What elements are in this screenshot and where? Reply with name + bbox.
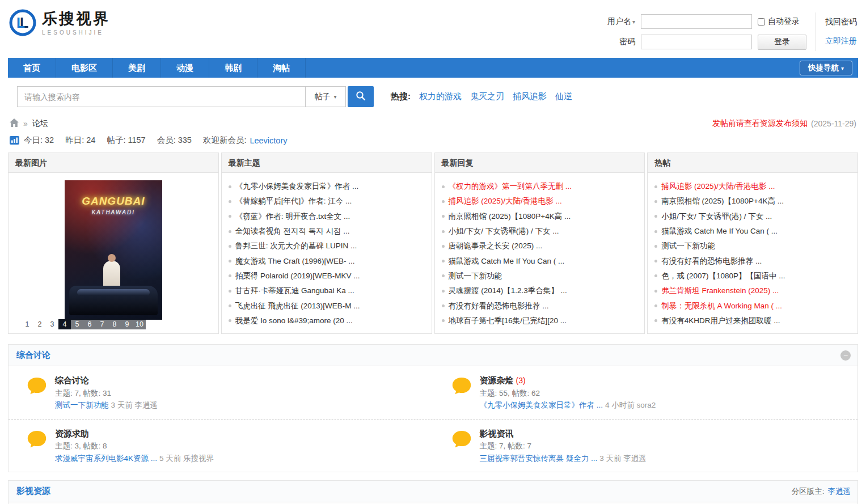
- moderator-link[interactable]: 李逍遥: [828, 486, 851, 497]
- post-notice-link[interactable]: 发帖前请查看资源发布须知: [712, 118, 808, 129]
- hot-search-link[interactable]: 权力的游戏: [419, 91, 462, 102]
- last-post-link[interactable]: 求漫威宇宙系列电影4K资源 ...: [55, 454, 157, 463]
- topic-link[interactable]: 《九零小保姆美食发家日常》作者 ...: [235, 181, 359, 192]
- topic-link[interactable]: 魔女游戏 The Craft (1996)[WEB- ...: [235, 256, 355, 266]
- list-item: 唐朝诡事录之长安 (2025) ...: [442, 239, 640, 253]
- hot-search-link[interactable]: 捕风追影: [513, 91, 547, 102]
- list-item: 南京照相馆 (2025)【1080P+4K高 ...: [442, 209, 640, 224]
- page-number[interactable]: 2: [33, 319, 46, 329]
- section-title[interactable]: 综合讨论: [16, 350, 50, 361]
- page-number[interactable]: 9: [121, 319, 133, 329]
- reply-link[interactable]: 猫鼠游戏 Catch Me If You Can ( ...: [449, 256, 565, 266]
- nav-item-movies[interactable]: 电影区: [56, 58, 113, 78]
- topic-link[interactable]: 拍栗得 Polaroid (2019)[WEB-MKV ...: [235, 271, 360, 281]
- page-number[interactable]: 7: [96, 319, 108, 329]
- search-button[interactable]: [348, 86, 374, 107]
- page-number[interactable]: 1: [21, 319, 33, 329]
- register-link[interactable]: 立即注册: [825, 36, 857, 46]
- hot-search-link[interactable]: 仙逆: [555, 91, 572, 102]
- hot-post-link[interactable]: 色，戒 (2007)【1080P】【国语中 ...: [661, 271, 785, 281]
- nav-item-taotie[interactable]: 淘帖: [257, 58, 306, 78]
- password-input[interactable]: [641, 35, 752, 49]
- reply-link[interactable]: 灵魂摆渡 (2014)【1.2.3季合集】 ...: [449, 286, 567, 296]
- page-number[interactable]: 5: [71, 319, 83, 329]
- page-number[interactable]: 8: [108, 319, 121, 329]
- forum-name-link[interactable]: 综合讨论: [55, 375, 89, 385]
- last-post-link[interactable]: 《九零小保姆美食发家日常》作者 ...: [480, 401, 603, 409]
- home-icon[interactable]: [10, 118, 19, 129]
- login-button[interactable]: 登录: [758, 35, 806, 50]
- breadcrumb-forum-link[interactable]: 论坛: [32, 118, 48, 129]
- movie-poster-thumbnail[interactable]: GANGUBAI KATHAWADI: [65, 180, 162, 320]
- hot-post-link[interactable]: 弗兰肯斯坦 Frankenstein (2025) ...: [661, 286, 779, 296]
- forum-name-link[interactable]: 影视资讯: [480, 429, 514, 438]
- reply-link[interactable]: 《权力的游戏》第一到第八季无删 ...: [449, 181, 572, 192]
- list-item: 《九零小保姆美食发家日常》作者 ...: [229, 179, 427, 194]
- list-item: 测试一下新功能: [654, 239, 853, 253]
- forum-info: 综合讨论 主题: 7, 帖数: 31 测试一下新功能3 天前 李逍遥: [55, 375, 158, 410]
- list-item: 测试一下新功能: [442, 269, 640, 283]
- quick-nav-button[interactable]: 快捷导航▾: [800, 61, 852, 75]
- hot-post-link[interactable]: 有没有4KHDR用户过来抱团取暖 ...: [661, 316, 780, 326]
- page-number[interactable]: 6: [83, 319, 96, 329]
- moderator-area: 分区版主: 李逍遥: [792, 486, 851, 497]
- hot-post-link[interactable]: 测试一下新功能: [661, 241, 715, 251]
- search-input[interactable]: [17, 86, 305, 107]
- topic-link[interactable]: 飞虎出征 飛虎出征 (2013)[WEB-M ...: [235, 301, 360, 311]
- site-logo[interactable]: L L 乐搜视界 LESOUSHIJIE: [9, 9, 110, 38]
- topic-link[interactable]: 全知读者视角 전지적 독자 시점 ...: [235, 226, 350, 236]
- reply-link[interactable]: 测试一下新功能: [449, 271, 502, 281]
- reply-link[interactable]: 捕风追影 (2025)/大陆/香港电影 ...: [449, 196, 562, 206]
- hot-post-link[interactable]: 有没有好看的恐怖电影推荐 ...: [661, 256, 762, 266]
- hot-post-link[interactable]: 猫鼠游戏 Catch Me If You Can ( ...: [661, 226, 778, 236]
- page-number[interactable]: 3: [46, 319, 58, 329]
- collapse-icon[interactable]: −: [840, 350, 851, 361]
- section-title[interactable]: 影视资源: [16, 486, 50, 497]
- forum-name-link[interactable]: 资源求助: [55, 429, 89, 438]
- chevron-down-icon: ▾: [632, 19, 635, 25]
- forum-row: 资源求助 主题: 3, 帖数: 8 求漫威宇宙系列电影4K资源 ...5 天前 …: [9, 419, 857, 472]
- forum-block-general: 综合讨论 主题: 7, 帖数: 31 测试一下新功能3 天前 李逍遥: [9, 366, 433, 419]
- auto-login-option[interactable]: 自动登录: [758, 16, 806, 27]
- search-type-select[interactable]: 帖子 ▾: [305, 86, 346, 107]
- topic-link[interactable]: 甘古拜·卡蒂娅瓦迪 Gangubai Ka ...: [235, 286, 354, 296]
- reply-link[interactable]: 唐朝诡事录之长安 (2025) ...: [449, 241, 543, 251]
- hot-post-link[interactable]: 制暴：无限杀机 A Working Man ( ...: [661, 301, 782, 311]
- last-post-link[interactable]: 三届视帝郭晋安惊传离巢 疑全力 ...: [480, 454, 598, 463]
- topic-link[interactable]: 我是爱 Io sono l&#39;amore (20 ...: [235, 316, 353, 326]
- bullet-icon: [229, 215, 231, 218]
- username-input[interactable]: [641, 14, 752, 29]
- list-item: 制暴：无限杀机 A Working Man ( ...: [654, 298, 853, 313]
- topic-link[interactable]: 《窃蓝》作者: 明开夜合.txt全文 ...: [235, 211, 350, 222]
- reply-link[interactable]: 南京照相馆 (2025)【1080P+4K高 ...: [449, 211, 571, 222]
- hot-post-link[interactable]: 小姐/下女/ 下女诱罪(港) / 下女 ...: [661, 211, 772, 222]
- page-number[interactable]: 10: [133, 319, 146, 329]
- auto-login-checkbox[interactable]: [758, 18, 765, 26]
- username-label[interactable]: 用户名▾: [607, 16, 635, 27]
- nav-item-anime[interactable]: 动漫: [161, 58, 209, 78]
- latest-image-body: GANGUBAI KATHAWADI 1 2 3 4 5 6 7 8 9 10: [9, 173, 218, 334]
- topic-link[interactable]: 鲁邦三世: 次元大介的墓碑 LUPIN ...: [235, 241, 357, 251]
- bullet-icon: [654, 215, 657, 218]
- nav-item-home[interactable]: 首页: [8, 58, 56, 78]
- forum-name-link[interactable]: 资源杂烩: [480, 375, 514, 385]
- bullet-icon: [442, 319, 445, 322]
- new-member-link[interactable]: Leevictory: [250, 136, 287, 145]
- hot-post-link[interactable]: 南京照相馆 (2025)【1080P+4K高 ...: [661, 196, 784, 206]
- topic-link[interactable]: 《替嫁躺平后[年代]》作者: 江今 ...: [235, 196, 352, 206]
- page: L L 乐搜视界 LESOUSHIJIE 用户名▾ 自动登录 密码: [8, 0, 858, 504]
- reply-link[interactable]: 有没有好看的恐怖电影推荐 ...: [449, 301, 549, 311]
- hot-search-link[interactable]: 鬼灭之刃: [470, 91, 504, 102]
- page-number-active[interactable]: 4: [58, 319, 71, 329]
- stat-today: 今日: 32: [24, 135, 54, 146]
- last-post-link[interactable]: 测试一下新功能: [55, 401, 109, 409]
- find-password-link[interactable]: 找回密码: [825, 17, 857, 27]
- bullet-icon: [229, 319, 231, 322]
- reply-link[interactable]: 小姐/下女/ 下女诱罪(港) / 下女 ...: [449, 226, 559, 236]
- nav-item-korean-drama[interactable]: 韩剧: [209, 58, 257, 78]
- reply-link[interactable]: 地球百子第七季[16集/已完结][20 ...: [449, 316, 567, 326]
- hot-post-link[interactable]: 捕风追影 (2025)/大陆/香港电影 ...: [661, 181, 775, 192]
- nav-item-us-drama[interactable]: 美剧: [113, 58, 161, 78]
- bullet-icon: [654, 290, 657, 293]
- panel-title: 最新图片: [9, 153, 218, 173]
